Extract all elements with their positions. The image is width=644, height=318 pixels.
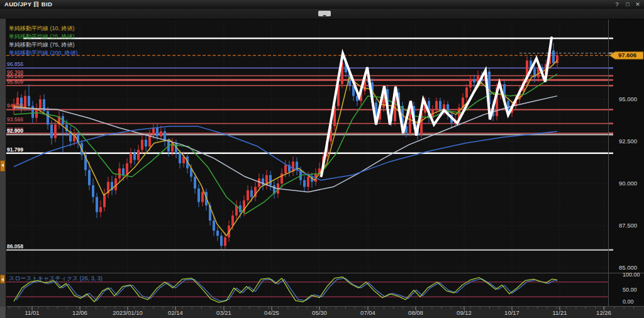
help-button[interactable]: ? [613,1,621,8]
close-button[interactable]: ✕ [633,1,642,8]
date-axis-label: 08/08 [408,309,423,316]
price-level-label: 96.856 [7,61,23,67]
candle-body [224,238,226,246]
candle-body [197,189,200,202]
candle-body [88,170,91,185]
title-bar[interactable]: AUD/JPY 日 BID ? □ ✕ [0,0,644,9]
price-level-label: 95.809 [7,79,23,85]
stoch-axis-label: 0.00 [623,299,634,305]
arrow-left-icon [1,278,4,282]
candle-body [469,79,472,87]
ma-legend-item: 単純移動平均線 (10, 終値) [9,25,75,31]
price-level-label: 92.900 [7,128,23,134]
candle-body [47,111,49,124]
date-axis-label: 11/01 [25,309,39,316]
date-axis-label: 11/21 [552,309,567,316]
candle-body [122,168,125,175]
axis-tick-marker [609,249,613,250]
candle-body [156,128,158,136]
price-axis-label: 95.000 [619,96,637,102]
candle-body [439,101,441,111]
candle-body [280,173,283,184]
date-axis-label: 12/06 [72,309,87,316]
axis-tick-marker [609,123,613,124]
candle-body [35,109,38,118]
date-axis-label: 09/12 [457,309,472,316]
candle-body [194,177,196,189]
plot-bg[interactable] [6,19,608,307]
price-level-label: 94.388 [7,102,23,109]
stoch-axis-label: 50.00 [623,287,637,293]
axis-tick-marker [609,85,613,86]
price-level-label: 91.799 [7,146,23,153]
candle-body [216,231,219,236]
price-level-label: 86.058 [7,243,23,249]
price-axis-label: 90.000 [619,180,637,187]
axis-tick-marker [609,133,613,134]
candle-body [552,50,555,63]
axis-tick-marker [609,67,613,69]
toolbar-strip [0,9,644,19]
scroll-corner [0,307,6,318]
candle-body [231,216,234,226]
candle-body [269,175,272,185]
candle-body [118,168,121,178]
candle-body [92,185,94,197]
candle-body [145,140,147,146]
candle-body [307,177,309,187]
date-axis-label: 2023/01/10 [113,309,143,316]
axis-tick-marker [609,38,613,39]
price-level-label: 93.566 [7,116,23,123]
chart-canvas[interactable]: 96.85696.39896.14595.80994.38893.56692.9… [0,0,644,318]
date-axis-label: 04/25 [264,309,279,316]
indicator-panel-handle[interactable] [0,275,5,283]
candle-body [160,131,162,136]
candle-body [141,140,143,150]
chart-window: 96.85696.39896.14595.80994.38893.56692.9… [0,0,644,318]
candle-body [28,96,30,106]
candle-body [465,87,468,97]
date-axis-label: 03/21 [216,309,231,316]
axis-tick-marker [609,109,613,110]
price-axis-label: 92.500 [619,138,637,145]
candle-body [96,197,98,212]
price-axis-label: 87.500 [619,222,637,229]
candle-body [24,96,26,108]
panel-expand-button[interactable] [0,160,5,172]
candle-body [303,180,306,187]
candle-body [213,221,215,231]
candle-body [137,150,140,160]
stoch-indicator-label: スローストキャスティクス (25, 3, 3) [9,275,103,282]
candle-body [201,192,204,202]
candle-body [473,79,475,82]
candle-body [220,236,223,246]
price-axis-label: 85.000 [619,264,637,271]
ma-legend-item: 単純移動平均線 (25, 終値) [9,33,75,40]
candle-body [50,124,53,138]
date-axis-label: 05/30 [312,309,327,316]
chevron-down-icon [323,15,326,18]
arrow-left-icon [1,163,4,167]
date-axis-label: 02/14 [168,309,183,316]
candle-body [39,99,42,109]
candle-body [130,153,132,163]
candle-body [247,190,249,200]
candle-body [152,128,155,135]
axis-tick-marker [609,134,613,135]
current-price-value: 97.606 [618,52,636,58]
candle-body [284,165,287,173]
left-panel-strip [0,19,6,318]
axis-tick-marker [609,153,613,154]
date-axis-label: 12/26 [596,309,611,316]
toolbar-collapse-button[interactable] [318,11,331,16]
candle-body [54,124,57,138]
ma-legend-item: 単純移動平均線 (75, 終値) [9,41,75,48]
date-axis-label: 10/17 [504,309,519,316]
candle-body [179,153,181,163]
maximize-button[interactable]: □ [623,1,632,8]
candle-body [133,153,136,160]
date-axis-label: 07/04 [360,309,375,316]
candle-body [250,190,253,197]
candle-body [31,106,34,118]
axis-tick-marker [609,75,613,76]
